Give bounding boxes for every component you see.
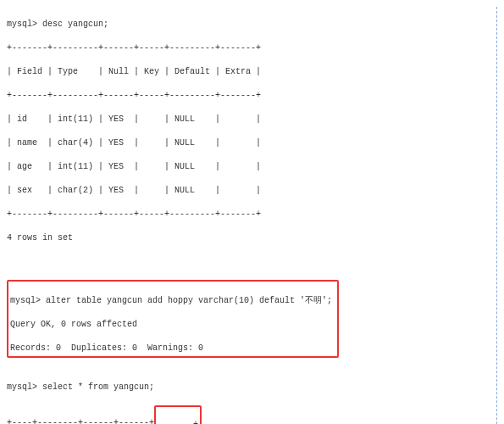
mysql-prompt: mysql> (10, 296, 41, 305)
mysql-prompt: mysql> (7, 382, 37, 392)
select-col-sep-top: -------+ (158, 419, 198, 424)
desc1-row: | id | int(11) | YES | | NULL | | (7, 114, 479, 126)
desc1-sep-bot: +-------+---------+------+-----+--------… (7, 209, 479, 220)
highlight-hoppy-column: -------+ hoppy | -------+ 不明 | 不明 | 不明 |… (154, 405, 202, 424)
cmd-select: select * from yangcun; (42, 382, 154, 392)
desc1-header: | Field | Type | Null | Key | Default | … (7, 66, 479, 78)
select-left-columns: +----+--------+------+------+ | id | nam… (7, 405, 154, 424)
desc1-row: | sex | char(2) | YES | | NULL | | (7, 185, 479, 197)
cmd-alter: alter table yangcun add hoppy varchar(10… (46, 296, 332, 305)
desc1-sep-top: +-------+---------+------+-----+--------… (7, 42, 479, 54)
terminal-output: mysql> desc yangcun; +-------+---------+… (7, 7, 497, 424)
mysql-prompt: mysql> (7, 20, 37, 29)
cmd-desc1: desc yangcun; (42, 20, 108, 29)
desc1-row: | age | int(11) | YES | | NULL | | (7, 161, 479, 173)
desc1-sep-mid: +-------+---------+------+-----+--------… (7, 90, 479, 102)
desc1-row: | name | char(4) | YES | | NULL | | (7, 137, 479, 149)
highlight-alter-block: mysql> alter table yangcun add hoppy var… (7, 280, 339, 358)
alter-result-line1: Query OK, 0 rows affected (10, 319, 332, 331)
select-sep-top: +----+--------+------+------+ (7, 417, 154, 424)
alter-result-line2: Records: 0 Duplicates: 0 Warnings: 0 (10, 343, 332, 354)
desc1-footer: 4 rows in set (7, 232, 479, 244)
